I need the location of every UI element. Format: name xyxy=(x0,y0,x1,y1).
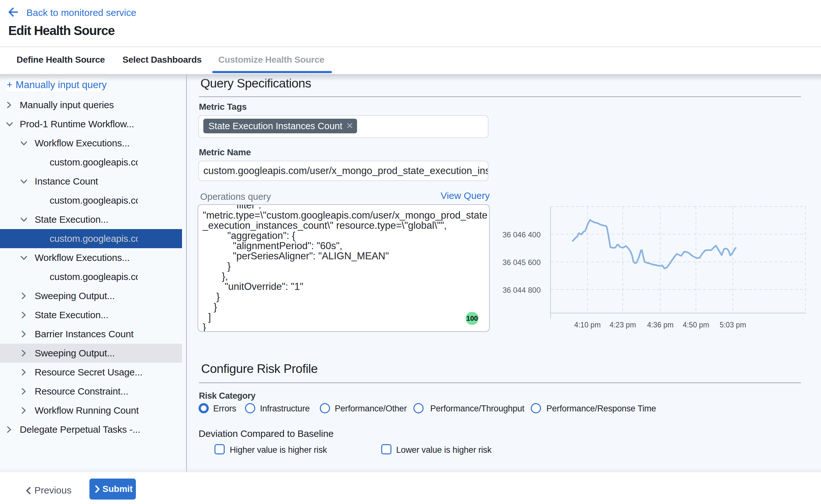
svg-text:5:03 pm: 5:03 pm xyxy=(719,321,746,329)
svg-text:36 046 400: 36 046 400 xyxy=(502,230,541,239)
svg-text:36 044 800: 36 044 800 xyxy=(502,286,541,294)
svg-text:4:23 pm: 4:23 pm xyxy=(609,321,636,329)
svg-text:4:36 pm: 4:36 pm xyxy=(647,321,673,329)
svg-text:4:10 pm: 4:10 pm xyxy=(574,321,600,329)
svg-text:36 045 600: 36 045 600 xyxy=(502,258,541,267)
svg-text:4:50 pm: 4:50 pm xyxy=(683,321,709,329)
